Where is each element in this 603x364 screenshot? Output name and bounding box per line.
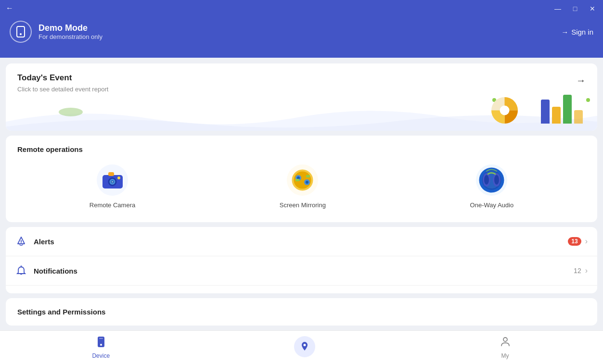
nav-device-icon bbox=[95, 336, 107, 351]
todays-event-subtitle: Click to see detailed event report bbox=[17, 86, 586, 93]
remote-camera-item[interactable]: Remote Camera bbox=[90, 163, 135, 209]
svg-rect-19 bbox=[295, 179, 299, 181]
app-title-block: Demo Mode For demonstration only bbox=[38, 23, 103, 40]
nav-my-label: My bbox=[501, 352, 509, 359]
svg-point-11 bbox=[112, 181, 113, 182]
app-list-item[interactable]: App List › bbox=[6, 286, 597, 293]
notifications-icon bbox=[15, 265, 27, 276]
main-content: Today's Event Click to see detailed even… bbox=[0, 58, 603, 364]
alerts-icon bbox=[15, 236, 27, 247]
nav-device[interactable]: Device bbox=[73, 332, 129, 363]
screen-mirroring-item[interactable]: Screen Mirroring bbox=[280, 163, 326, 209]
app-info: Demo Mode For demonstration only bbox=[10, 21, 103, 43]
one-way-audio-item[interactable]: One-Way Audio bbox=[470, 163, 514, 209]
svg-point-18 bbox=[306, 181, 308, 184]
pie-illustration bbox=[491, 97, 518, 124]
alerts-item[interactable]: Alerts 13 › bbox=[6, 227, 597, 256]
bars-illustration bbox=[541, 95, 583, 124]
title-bar: ← — □ ✕ Demo Mode For demonstration only… bbox=[0, 0, 603, 58]
screen-mirroring-label: Screen Mirroring bbox=[280, 201, 326, 209]
settings-card: Settings and Permissions bbox=[6, 298, 597, 326]
nav-device-label: Device bbox=[92, 352, 110, 359]
one-way-audio-icon bbox=[475, 163, 509, 197]
remote-ops-title: Remote operations bbox=[17, 145, 586, 153]
nav-location[interactable] bbox=[275, 332, 334, 363]
sign-in-label: Sign in bbox=[571, 28, 593, 36]
sign-in-arrow: → bbox=[561, 28, 568, 36]
svg-point-25 bbox=[484, 175, 489, 185]
alerts-right: 13 › bbox=[568, 237, 588, 246]
window-controls: — □ ✕ bbox=[553, 4, 597, 13]
remote-ops-card: Remote operations Remote Camera bbox=[6, 136, 597, 222]
dot-decoration-2 bbox=[586, 98, 590, 102]
svg-point-29 bbox=[21, 243, 22, 244]
svg-rect-40 bbox=[99, 338, 103, 339]
app-icon bbox=[10, 21, 32, 43]
list-section: Alerts 13 › Notifications 12 › bbox=[6, 227, 597, 293]
bottom-nav: Device My bbox=[0, 330, 603, 364]
svg-point-1 bbox=[20, 33, 22, 35]
close-button[interactable]: ✕ bbox=[588, 4, 597, 13]
minimize-button[interactable]: — bbox=[553, 4, 563, 13]
svg-point-41 bbox=[303, 344, 306, 346]
notifications-item[interactable]: Notifications 12 › bbox=[6, 256, 597, 286]
svg-point-27 bbox=[494, 175, 499, 185]
notifications-count: 12 bbox=[574, 267, 581, 275]
remote-ops-grid: Remote Camera Screen bbox=[17, 163, 586, 209]
grass-blob-decoration bbox=[59, 108, 83, 116]
back-button[interactable]: ← bbox=[6, 4, 13, 13]
app-subtitle-text: For demonstration only bbox=[38, 33, 103, 40]
svg-point-39 bbox=[100, 344, 102, 346]
svg-rect-9 bbox=[108, 172, 114, 176]
svg-rect-20 bbox=[306, 175, 310, 177]
todays-event-arrow: → bbox=[576, 75, 586, 86]
svg-point-42 bbox=[503, 338, 507, 341]
svg-point-10 bbox=[117, 176, 120, 179]
maximize-button[interactable]: □ bbox=[570, 4, 580, 13]
alerts-badge: 13 bbox=[568, 237, 581, 246]
one-way-audio-label: One-Way Audio bbox=[470, 201, 514, 209]
notifications-label: Notifications bbox=[34, 267, 567, 275]
remote-camera-icon bbox=[96, 163, 129, 197]
nav-my-icon bbox=[500, 336, 511, 351]
alerts-chevron: › bbox=[585, 237, 588, 246]
notifications-right: 12 › bbox=[574, 266, 588, 275]
alerts-label: Alerts bbox=[34, 238, 561, 246]
sign-in-button[interactable]: → Sign in bbox=[561, 28, 593, 36]
svg-point-3 bbox=[500, 106, 510, 115]
notifications-chevron: › bbox=[585, 266, 588, 275]
app-title-text: Demo Mode bbox=[38, 23, 103, 33]
remote-camera-label: Remote Camera bbox=[90, 201, 135, 209]
screen-mirroring-icon bbox=[286, 163, 320, 197]
nav-my[interactable]: My bbox=[480, 332, 530, 363]
todays-event-title: Today's Event bbox=[17, 73, 586, 83]
svg-rect-0 bbox=[17, 26, 25, 37]
settings-title: Settings and Permissions bbox=[17, 308, 586, 316]
todays-event-card[interactable]: Today's Event Click to see detailed even… bbox=[6, 63, 597, 131]
nav-location-icon bbox=[294, 336, 315, 357]
